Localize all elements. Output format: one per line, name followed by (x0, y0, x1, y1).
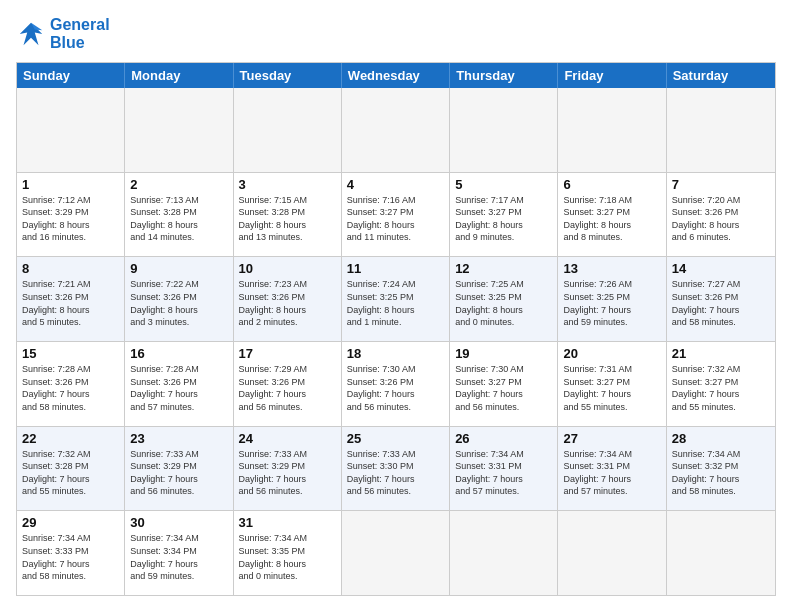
day-info: Sunrise: 7:29 AM Sunset: 3:26 PM Dayligh… (239, 363, 336, 413)
calendar: SundayMondayTuesdayWednesdayThursdayFrid… (16, 62, 776, 596)
svg-marker-0 (20, 23, 43, 46)
calendar-header: SundayMondayTuesdayWednesdayThursdayFrid… (17, 63, 775, 88)
day-header-wednesday: Wednesday (342, 63, 450, 88)
day-info: Sunrise: 7:34 AM Sunset: 3:31 PM Dayligh… (455, 448, 552, 498)
day-info: Sunrise: 7:34 AM Sunset: 3:35 PM Dayligh… (239, 532, 336, 582)
calendar-cell-17: 17Sunrise: 7:29 AM Sunset: 3:26 PM Dayli… (234, 342, 342, 426)
calendar-cell-12: 12Sunrise: 7:25 AM Sunset: 3:25 PM Dayli… (450, 257, 558, 341)
day-number: 10 (239, 261, 336, 276)
calendar-cell-empty-4 (450, 88, 558, 172)
calendar-cell-7: 7Sunrise: 7:20 AM Sunset: 3:26 PM Daylig… (667, 173, 775, 257)
calendar-cell-15: 15Sunrise: 7:28 AM Sunset: 3:26 PM Dayli… (17, 342, 125, 426)
day-number: 7 (672, 177, 770, 192)
calendar-cell-5: 5Sunrise: 7:17 AM Sunset: 3:27 PM Daylig… (450, 173, 558, 257)
day-info: Sunrise: 7:33 AM Sunset: 3:29 PM Dayligh… (130, 448, 227, 498)
calendar-row-0 (17, 88, 775, 172)
day-number: 31 (239, 515, 336, 530)
day-number: 9 (130, 261, 227, 276)
day-number: 18 (347, 346, 444, 361)
day-header-saturday: Saturday (667, 63, 775, 88)
calendar-cell-27: 27Sunrise: 7:34 AM Sunset: 3:31 PM Dayli… (558, 427, 666, 511)
day-info: Sunrise: 7:13 AM Sunset: 3:28 PM Dayligh… (130, 194, 227, 244)
day-number: 19 (455, 346, 552, 361)
day-info: Sunrise: 7:33 AM Sunset: 3:29 PM Dayligh… (239, 448, 336, 498)
day-number: 24 (239, 431, 336, 446)
day-info: Sunrise: 7:26 AM Sunset: 3:25 PM Dayligh… (563, 278, 660, 328)
day-number: 16 (130, 346, 227, 361)
calendar-cell-9: 9Sunrise: 7:22 AM Sunset: 3:26 PM Daylig… (125, 257, 233, 341)
day-number: 28 (672, 431, 770, 446)
calendar-cell-29: 29Sunrise: 7:34 AM Sunset: 3:33 PM Dayli… (17, 511, 125, 595)
day-number: 5 (455, 177, 552, 192)
calendar-cell-empty-2 (234, 88, 342, 172)
day-info: Sunrise: 7:34 AM Sunset: 3:34 PM Dayligh… (130, 532, 227, 582)
day-info: Sunrise: 7:34 AM Sunset: 3:33 PM Dayligh… (22, 532, 119, 582)
calendar-cell-25: 25Sunrise: 7:33 AM Sunset: 3:30 PM Dayli… (342, 427, 450, 511)
day-number: 1 (22, 177, 119, 192)
day-number: 6 (563, 177, 660, 192)
day-number: 29 (22, 515, 119, 530)
day-number: 12 (455, 261, 552, 276)
day-info: Sunrise: 7:18 AM Sunset: 3:27 PM Dayligh… (563, 194, 660, 244)
day-info: Sunrise: 7:17 AM Sunset: 3:27 PM Dayligh… (455, 194, 552, 244)
calendar-cell-8: 8Sunrise: 7:21 AM Sunset: 3:26 PM Daylig… (17, 257, 125, 341)
day-header-thursday: Thursday (450, 63, 558, 88)
day-info: Sunrise: 7:33 AM Sunset: 3:30 PM Dayligh… (347, 448, 444, 498)
page: General Blue SundayMondayTuesdayWednesda… (0, 0, 792, 612)
calendar-cell-30: 30Sunrise: 7:34 AM Sunset: 3:34 PM Dayli… (125, 511, 233, 595)
day-number: 27 (563, 431, 660, 446)
day-header-friday: Friday (558, 63, 666, 88)
logo-icon (16, 19, 46, 49)
day-number: 15 (22, 346, 119, 361)
day-info: Sunrise: 7:21 AM Sunset: 3:26 PM Dayligh… (22, 278, 119, 328)
calendar-cell-empty-1 (125, 88, 233, 172)
calendar-cell-31: 31Sunrise: 7:34 AM Sunset: 3:35 PM Dayli… (234, 511, 342, 595)
day-info: Sunrise: 7:15 AM Sunset: 3:28 PM Dayligh… (239, 194, 336, 244)
day-info: Sunrise: 7:31 AM Sunset: 3:27 PM Dayligh… (563, 363, 660, 413)
calendar-row-2: 8Sunrise: 7:21 AM Sunset: 3:26 PM Daylig… (17, 256, 775, 341)
calendar-cell-23: 23Sunrise: 7:33 AM Sunset: 3:29 PM Dayli… (125, 427, 233, 511)
calendar-row-4: 22Sunrise: 7:32 AM Sunset: 3:28 PM Dayli… (17, 426, 775, 511)
day-number: 14 (672, 261, 770, 276)
calendar-cell-1: 1Sunrise: 7:12 AM Sunset: 3:29 PM Daylig… (17, 173, 125, 257)
day-number: 8 (22, 261, 119, 276)
day-number: 25 (347, 431, 444, 446)
header: General Blue (16, 16, 776, 52)
day-number: 21 (672, 346, 770, 361)
calendar-cell-19: 19Sunrise: 7:30 AM Sunset: 3:27 PM Dayli… (450, 342, 558, 426)
calendar-cell-4: 4Sunrise: 7:16 AM Sunset: 3:27 PM Daylig… (342, 173, 450, 257)
calendar-cell-21: 21Sunrise: 7:32 AM Sunset: 3:27 PM Dayli… (667, 342, 775, 426)
calendar-cell-16: 16Sunrise: 7:28 AM Sunset: 3:26 PM Dayli… (125, 342, 233, 426)
day-number: 17 (239, 346, 336, 361)
day-number: 30 (130, 515, 227, 530)
day-number: 2 (130, 177, 227, 192)
day-info: Sunrise: 7:30 AM Sunset: 3:26 PM Dayligh… (347, 363, 444, 413)
day-info: Sunrise: 7:16 AM Sunset: 3:27 PM Dayligh… (347, 194, 444, 244)
calendar-row-1: 1Sunrise: 7:12 AM Sunset: 3:29 PM Daylig… (17, 172, 775, 257)
day-number: 3 (239, 177, 336, 192)
day-number: 26 (455, 431, 552, 446)
logo: General Blue (16, 16, 110, 52)
day-number: 11 (347, 261, 444, 276)
calendar-cell-empty-6 (667, 88, 775, 172)
day-info: Sunrise: 7:32 AM Sunset: 3:28 PM Dayligh… (22, 448, 119, 498)
day-info: Sunrise: 7:22 AM Sunset: 3:26 PM Dayligh… (130, 278, 227, 328)
calendar-cell-18: 18Sunrise: 7:30 AM Sunset: 3:26 PM Dayli… (342, 342, 450, 426)
calendar-cell-24: 24Sunrise: 7:33 AM Sunset: 3:29 PM Dayli… (234, 427, 342, 511)
calendar-cell-empty-5 (558, 88, 666, 172)
day-info: Sunrise: 7:28 AM Sunset: 3:26 PM Dayligh… (130, 363, 227, 413)
day-info: Sunrise: 7:27 AM Sunset: 3:26 PM Dayligh… (672, 278, 770, 328)
calendar-cell-empty-3 (342, 88, 450, 172)
calendar-row-5: 29Sunrise: 7:34 AM Sunset: 3:33 PM Dayli… (17, 510, 775, 595)
day-info: Sunrise: 7:12 AM Sunset: 3:29 PM Dayligh… (22, 194, 119, 244)
calendar-cell-empty-6 (667, 511, 775, 595)
calendar-cell-13: 13Sunrise: 7:26 AM Sunset: 3:25 PM Dayli… (558, 257, 666, 341)
calendar-cell-3: 3Sunrise: 7:15 AM Sunset: 3:28 PM Daylig… (234, 173, 342, 257)
logo-text: General Blue (50, 16, 110, 52)
day-info: Sunrise: 7:20 AM Sunset: 3:26 PM Dayligh… (672, 194, 770, 244)
calendar-cell-14: 14Sunrise: 7:27 AM Sunset: 3:26 PM Dayli… (667, 257, 775, 341)
calendar-cell-22: 22Sunrise: 7:32 AM Sunset: 3:28 PM Dayli… (17, 427, 125, 511)
day-info: Sunrise: 7:32 AM Sunset: 3:27 PM Dayligh… (672, 363, 770, 413)
calendar-cell-26: 26Sunrise: 7:34 AM Sunset: 3:31 PM Dayli… (450, 427, 558, 511)
calendar-cell-empty-5 (558, 511, 666, 595)
